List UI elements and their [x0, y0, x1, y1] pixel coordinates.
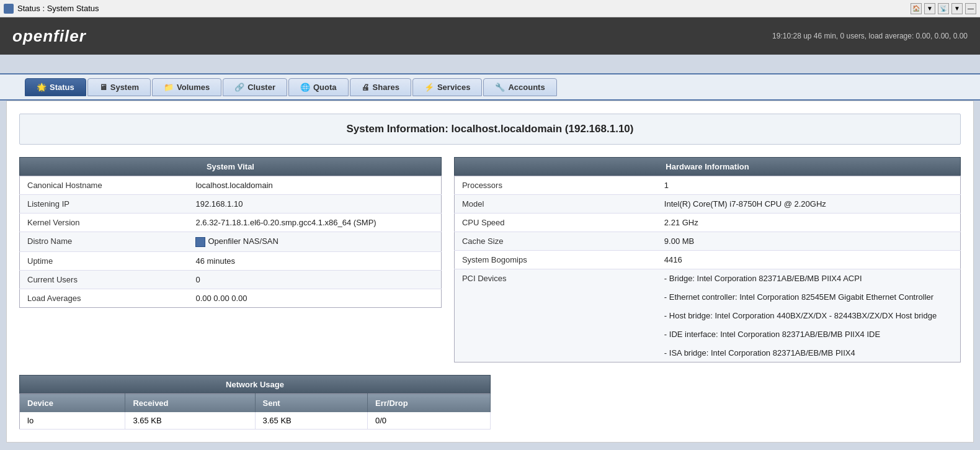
dropdown2-icon[interactable]: ▼ [951, 3, 963, 14]
nav-tab-services[interactable]: ⚡Services [412, 78, 483, 96]
nav-icon-system: 🖥 [99, 83, 107, 92]
cell-label: Listening IP [20, 195, 189, 214]
main-content: System Information: localhost.localdomai… [6, 101, 974, 443]
titlebar-left: Status : System Status [4, 4, 99, 14]
table-row: Listening IP192.168.1.10 [20, 195, 442, 214]
app-icon [4, 4, 14, 14]
nav-tab-volumes[interactable]: 📁Volumes [152, 78, 221, 96]
hardware-info-container: Hardware Information Processors1ModelInt… [454, 157, 961, 362]
net-received: 3.65 KB [125, 412, 255, 430]
titlebar-controls: 🏠 ▼ 📡 ▼ — [911, 3, 976, 14]
header: openfiler 19:10:28 up 46 min, 0 users, l… [0, 17, 980, 55]
network-col-header: Received [125, 394, 255, 413]
net-sent: 3.65 KB [255, 412, 368, 430]
cell-label: Load Averages [20, 289, 189, 307]
dropdown-icon[interactable]: ▼ [924, 3, 935, 14]
nav-tab-system[interactable]: 🖥System [87, 78, 151, 96]
cell-label: PCI Devices [454, 269, 656, 362]
nav-icon-quota: 🌐 [300, 83, 310, 92]
cell-label: Current Users [20, 270, 189, 289]
table-row: System Bogomips4416 [454, 251, 960, 269]
nav-icon-services: ⚡ [424, 83, 434, 92]
cell-label: Cache Size [454, 232, 656, 251]
uptime-text: 19:10:28 up 46 min, 0 users, load averag… [772, 32, 968, 40]
system-vital-table: Canonical Hostnamelocalhost.localdomainL… [19, 176, 442, 308]
nav-tab-status[interactable]: 🌟Status [25, 78, 86, 96]
cell-value: 9.00 MB [657, 232, 961, 251]
system-vital-container: System Vital Canonical Hostnamelocalhost… [19, 157, 442, 362]
cell-label: Distro Name [20, 232, 189, 252]
system-vital-header: System Vital [19, 157, 442, 176]
home-icon[interactable]: 🏠 [911, 3, 922, 14]
table-row: Processors1 [454, 176, 960, 195]
table-row: ModelIntel(R) Core(TM) i7-8750H CPU @ 2.… [454, 195, 960, 214]
table-row: Load Averages0.00 0.00 0.00 [20, 289, 442, 307]
nav-tab-cluster[interactable]: 🔗Cluster [223, 78, 287, 96]
nav-icon-accounts: 🔧 [495, 83, 505, 92]
nav-label-volumes: Volumes [177, 83, 210, 92]
cell-label: Uptime [20, 251, 189, 270]
cell-label: Canonical Hostname [20, 176, 189, 195]
nav-label-accounts: Accounts [508, 83, 545, 92]
table-row: Uptime46 minutes [20, 251, 442, 270]
nav-icon-status: 🌟 [37, 83, 47, 92]
cell-value: 46 minutes [188, 251, 441, 270]
cell-label: System Bogomips [454, 251, 656, 269]
cell-value: localhost.localdomain [188, 176, 441, 195]
cell-value: 0 [188, 270, 441, 289]
titlebar-title: Status : System Status [17, 4, 99, 13]
distro-icon [195, 237, 205, 247]
nav-label-quota: Quota [313, 83, 337, 92]
nav-tab-accounts[interactable]: 🔧Accounts [483, 78, 556, 96]
net-device: lo [20, 412, 125, 430]
network-col-header: Sent [255, 394, 368, 413]
cell-label: Processors [454, 176, 656, 195]
nav-label-status: Status [50, 83, 74, 92]
cell-label: CPU Speed [454, 214, 656, 232]
nav-label-shares: Shares [373, 83, 399, 92]
cell-value: 1 [657, 176, 961, 195]
distro-value: Openfiler NAS/SAN [188, 232, 441, 252]
network-col-header: Err/Drop [368, 394, 491, 413]
cell-value: 4416 [657, 251, 961, 269]
table-row: Cache Size9.00 MB [454, 232, 960, 251]
cell-label: Model [454, 195, 656, 214]
cell-value: 192.168.1.10 [188, 195, 441, 214]
cell-value: 0.00 0.00 0.00 [188, 289, 441, 307]
nav-icon-cluster: 🔗 [234, 83, 244, 92]
logo: openfiler [12, 27, 86, 46]
cell-value: 2.6.32-71.18.1.el6-0.20.smp.gcc4.1.x86_6… [188, 214, 441, 232]
nav-label-system: System [110, 83, 139, 92]
table-row: Distro NameOpenfiler NAS/SAN [20, 232, 442, 252]
network-col-header: Device [20, 394, 125, 413]
table-row: CPU Speed2.21 GHz [454, 214, 960, 232]
nav-label-services: Services [437, 83, 471, 92]
network-section: Network Usage DeviceReceivedSentErr/Drop… [19, 375, 961, 430]
table-row: Kernel Version2.6.32-71.18.1.el6-0.20.sm… [20, 214, 442, 232]
table-row: PCI Devices- Bridge: Intel Corporation 8… [454, 269, 960, 362]
network-table: DeviceReceivedSentErr/Drop lo 3.65 KB 3.… [19, 394, 491, 430]
tables-row: System Vital Canonical Hostnamelocalhost… [19, 157, 961, 362]
table-row: Current Users0 [20, 270, 442, 289]
cell-value: - Bridge: Intel Corporation 82371AB/EB/M… [657, 269, 961, 362]
cell-value: Intel(R) Core(TM) i7-8750H CPU @ 2.20GHz [657, 195, 961, 214]
table-row: Canonical Hostnamelocalhost.localdomain [20, 176, 442, 195]
titlebar: Status : System Status 🏠 ▼ 📡 ▼ — [0, 0, 980, 17]
cell-label: Kernel Version [20, 214, 189, 232]
navbar: 🌟Status🖥System📁Volumes🔗Cluster🌐Quota🖨Sha… [0, 73, 980, 101]
rss-icon[interactable]: 📡 [938, 3, 949, 14]
net-err-drop: 0/0 [368, 412, 491, 430]
nav-tab-shares[interactable]: 🖨Shares [350, 78, 411, 96]
network-header: Network Usage [19, 375, 491, 394]
page-title: System Information: localhost.localdomai… [29, 123, 951, 135]
hardware-info-table: Processors1ModelIntel(R) Core(TM) i7-875… [454, 176, 961, 362]
page-title-bar: System Information: localhost.localdomai… [19, 114, 961, 145]
nav-icon-volumes: 📁 [164, 83, 174, 92]
nav-label-cluster: Cluster [247, 83, 275, 92]
nav-tab-quota[interactable]: 🌐Quota [288, 78, 349, 96]
cell-value: 2.21 GHz [657, 214, 961, 232]
nav-icon-shares: 🖨 [362, 83, 370, 92]
hardware-info-header: Hardware Information [454, 157, 961, 176]
table-row: lo 3.65 KB 3.65 KB 0/0 [20, 412, 491, 430]
minimize-icon[interactable]: — [965, 3, 976, 14]
